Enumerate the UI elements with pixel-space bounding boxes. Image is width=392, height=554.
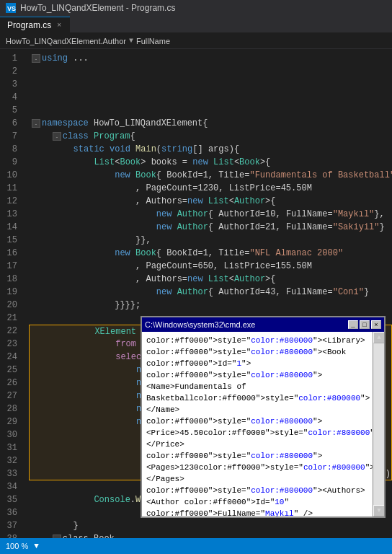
- cmd-output-line: color:#ff0000">style="color:#800000"><Pa…: [146, 450, 368, 485]
- code-line: new Author{ AuthorId=10, FullName="Maykı…: [29, 208, 392, 221]
- cmd-output-line: color:#ff0000">style="color:#800000"><Au…: [146, 485, 368, 496]
- breadcrumb-arrow-icon: ▼: [129, 37, 133, 45]
- code-line: , Authors=new List<Author>{: [29, 273, 392, 286]
- code-line: [29, 65, 392, 78]
- code-line: new Author{ AuthorId=43, FullName="Coni"…: [29, 286, 392, 299]
- code-line: List<Book> books = new List<Book>{: [29, 156, 392, 169]
- cmd-output-line: <Author color:#ff0000">Id="10" color:#ff…: [146, 496, 368, 516]
- code-line: [29, 104, 392, 117]
- cmd-title-bar: C:\Windows\system32\cmd.exe _ □ ×: [142, 317, 384, 332]
- code-area: 1234567891011121314151617181920212223242…: [0, 49, 392, 538]
- cmd-output-line: color:#ff0000">style="color:#800000"><Bo…: [146, 346, 368, 369]
- code-line: -namespace HowTo_LINQandXElement{: [29, 117, 392, 130]
- code-line: }}}};: [29, 299, 392, 312]
- tab-program-cs[interactable]: Program.cs ×: [0, 17, 70, 32]
- code-line: , Authors=new List<Author>{: [29, 195, 392, 208]
- cmd-body: color:#ff0000">style="color:#800000"><Li…: [142, 332, 373, 516]
- cmd-minimize-button[interactable]: _: [348, 320, 358, 329]
- code-line: new Book{ BookId=1, Title="NFL Almanac 2…: [29, 247, 392, 260]
- cmd-output-line: color:#ff0000">style="color:#800000"><Na…: [146, 369, 368, 416]
- code-line: [29, 78, 392, 91]
- collapse-icon[interactable]: -: [32, 54, 40, 63]
- code-line: -using ...: [29, 52, 392, 65]
- cmd-window: C:\Windows\system32\cmd.exe _ □ × color:…: [141, 316, 386, 518]
- collapse-icon[interactable]: -: [32, 119, 40, 128]
- tab-label: Program.cs: [7, 20, 51, 30]
- line-numbers: 1234567891011121314151617181920212223242…: [0, 49, 29, 538]
- cmd-content-area: color:#ff0000">style="color:#800000"><Li…: [142, 332, 384, 516]
- cmd-controls: _ □ ×: [348, 320, 381, 329]
- code-line: new Author{ AuthorId=21, FullName="Sakiy…: [29, 221, 392, 234]
- code-line: -class Program{: [29, 130, 392, 143]
- cmd-scroll-down-button[interactable]: ▼: [373, 505, 384, 516]
- cmd-close-button[interactable]: ×: [371, 320, 381, 329]
- cmd-scroll-up-button[interactable]: ▲: [373, 332, 384, 343]
- code-line: static void Main(string[] args){: [29, 143, 392, 156]
- cmd-maximize-button[interactable]: □: [360, 320, 370, 329]
- svg-text:VS: VS: [7, 5, 16, 12]
- tab-close-button[interactable]: ×: [55, 21, 63, 29]
- code-line: , PageCount=1230, ListPrice=45.50M: [29, 182, 392, 195]
- code-line: }: [29, 519, 392, 532]
- cmd-scroll-track[interactable]: [373, 343, 384, 505]
- cmd-output-line: color:#ff0000">style="color:#800000"><Li…: [146, 335, 368, 346]
- cmd-output-line: color:#ff0000">style="color:#800000"><Pr…: [146, 416, 368, 450]
- app-icon: VS: [6, 3, 16, 13]
- title-bar: VS HowTo_LINQandXElement - Program.cs: [0, 0, 392, 16]
- code-line: , PageCount=650, ListPrice=155.50M: [29, 260, 392, 273]
- code-line: new Book{ BookId=1, Title="Fundamentals …: [29, 169, 392, 182]
- cmd-scrollbar[interactable]: ▲ ▼: [373, 332, 384, 516]
- zoom-arrow-icon[interactable]: ▼: [34, 542, 39, 550]
- breadcrumb-member[interactable]: FullName: [136, 37, 170, 45]
- window-title: HowTo_LINQandXElement - Program.cs: [20, 3, 175, 13]
- code-line: -class Book....: [29, 532, 392, 538]
- zoom-level: 100 %: [6, 542, 28, 550]
- collapse-icon[interactable]: -: [53, 132, 61, 141]
- breadcrumb: HowTo_LINQandXElement.Author ▼ FullName: [0, 33, 392, 49]
- code-line: }},: [29, 234, 392, 247]
- status-bar: 100 % ▼: [0, 538, 392, 554]
- code-line: [29, 91, 392, 104]
- cmd-title-text: C:\Windows\system32\cmd.exe: [145, 320, 255, 329]
- breadcrumb-namespace[interactable]: HowTo_LINQandXElement.Author: [6, 37, 126, 45]
- tab-bar: Program.cs ×: [0, 16, 392, 33]
